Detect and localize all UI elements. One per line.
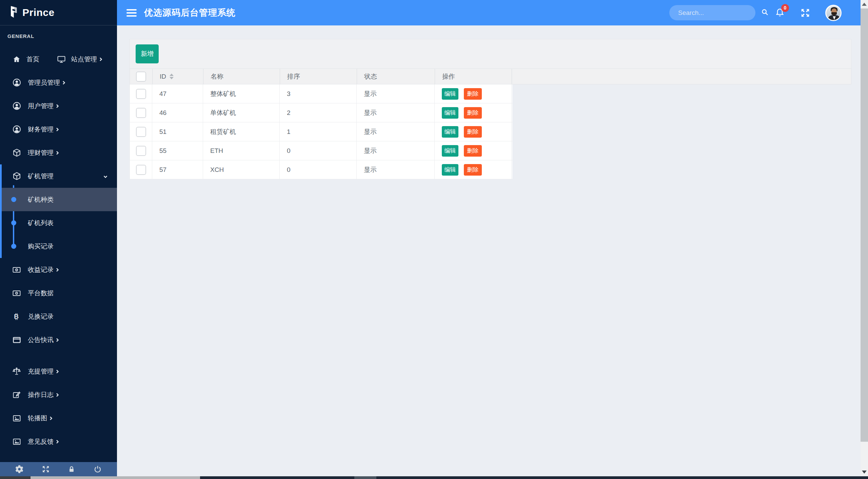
fullscreen-expand-icon[interactable] [800, 8, 810, 18]
scroll-down-arrow-icon[interactable] [862, 471, 867, 474]
cell-actions: 编辑 删除 [435, 122, 512, 141]
sidebar-item-carousel[interactable]: 轮播图 [0, 406, 117, 430]
logo-p-icon [8, 5, 19, 20]
edit-button[interactable]: 编辑 [442, 145, 458, 157]
notification-badge: 0 [781, 4, 789, 12]
sidebar-item-site-mgmt[interactable]: 站点管理 [57, 47, 102, 71]
sidebar-item-feedback[interactable]: 意见反馈 [0, 430, 117, 453]
horizontal-scrollbar[interactable] [0, 476, 868, 479]
sidebar-item-label: 充提管理 [28, 367, 54, 376]
sidebar-item-exchange-records[interactable]: B 兑换记录 [0, 305, 117, 328]
column-header-name: 名称 [203, 69, 280, 84]
chevron-right-icon [55, 127, 59, 131]
bullet-dot-icon [11, 197, 16, 202]
sidebar-item-home[interactable]: 首页 [0, 47, 57, 71]
app-window: Prince GENERAL 首页 站点管理 [0, 0, 868, 479]
edit-button[interactable]: 编辑 [442, 164, 458, 176]
search-box [669, 5, 755, 20]
row-checkbox[interactable] [136, 165, 146, 175]
sidebar-item-wealth-mgmt[interactable]: 理财管理 [0, 141, 117, 164]
horizontal-scrollbar-thumb[interactable] [31, 476, 200, 479]
settings-gear-icon[interactable] [15, 465, 23, 473]
search-icon[interactable] [761, 8, 769, 17]
table-row: 55 ETH 0 显示 编辑 删除 [130, 141, 512, 160]
sidebar-item-operation-logs[interactable]: 操作日志 [0, 383, 117, 406]
image-icon [12, 414, 21, 422]
add-button[interactable]: 新增 [136, 44, 159, 63]
chevron-right-icon [98, 57, 102, 61]
user-circle-icon [12, 102, 21, 110]
cell-sort: 2 [280, 103, 357, 122]
sidebar-item-label: 轮播图 [28, 414, 47, 423]
select-all-cell [130, 69, 153, 84]
cell-name: 单体矿机 [203, 103, 280, 122]
bullet-dot-icon [11, 220, 16, 225]
cell-sort: 1 [280, 122, 357, 141]
cell-name: XCH [203, 160, 280, 179]
column-header-actions: 操作 [435, 69, 512, 84]
fullscreen-expand-icon[interactable] [42, 465, 50, 473]
delete-button[interactable]: 删除 [464, 164, 482, 176]
svg-text:B: B [14, 313, 19, 320]
sidebar-subitem-label: 购买记录 [28, 242, 54, 251]
edit-button[interactable]: 编辑 [442, 107, 458, 119]
sidebar-subitem-miner-list[interactable]: 矿机列表 [0, 211, 117, 235]
delete-button[interactable]: 删除 [464, 145, 482, 157]
sidebar-item-label: 站点管理 [71, 55, 97, 64]
topbar: 优选源码后台管理系统 0 [117, 0, 861, 25]
row-checkbox[interactable] [136, 146, 146, 156]
monitor-icon [57, 55, 66, 63]
delete-button[interactable]: 删除 [464, 107, 482, 119]
search-input[interactable] [678, 9, 761, 17]
sidebar-item-label: 意见反馈 [28, 437, 54, 446]
sidebar-item-admin-mgmt[interactable]: 管理员管理 [0, 71, 117, 94]
delete-button[interactable]: 删除 [464, 126, 482, 138]
cell-sort: 3 [280, 84, 357, 103]
image-icon [12, 438, 21, 446]
row-checkbox[interactable] [136, 89, 146, 99]
row-checkbox[interactable] [136, 127, 146, 137]
notifications-button[interactable]: 0 [775, 7, 785, 19]
bitcoin-icon: B [12, 312, 21, 321]
page-title: 优选源码后台管理系统 [144, 7, 236, 19]
sidebar-menu: 首页 站点管理 管理员管理 [0, 47, 117, 453]
sidebar-item-deposit-withdraw[interactable]: 充提管理 [0, 360, 117, 383]
user-avatar[interactable] [825, 5, 842, 21]
chevron-right-icon [48, 416, 52, 420]
menu-spacer [0, 352, 117, 360]
sidebar-item-miner-mgmt[interactable]: 矿机管理 [0, 164, 117, 188]
sidebar-item-announcements[interactable]: 公告快讯 [0, 328, 117, 352]
edit-pencil-icon [12, 391, 21, 399]
row-checkbox[interactable] [136, 108, 146, 118]
select-all-checkbox[interactable] [136, 72, 146, 82]
sort-carets-icon[interactable] [170, 74, 174, 79]
scroll-up-arrow-icon[interactable] [862, 3, 867, 6]
sidebar-submenu: 矿机种类 矿机列表 购买记录 [0, 188, 117, 258]
user-circle-icon [12, 78, 21, 87]
sidebar-item-finance-mgmt[interactable]: 财务管理 [0, 118, 117, 141]
delete-button[interactable]: 删除 [464, 88, 482, 100]
vertical-scrollbar-thumb[interactable] [861, 8, 868, 442]
column-header-id[interactable]: ID [153, 69, 203, 84]
cell-actions: 编辑 删除 [435, 84, 512, 103]
sidebar-subitem-miner-types[interactable]: 矿机种类 [0, 188, 117, 211]
user-circle-icon [12, 125, 21, 134]
power-icon[interactable] [94, 465, 102, 473]
sidebar-subitem-purchase-records[interactable]: 购买记录 [0, 235, 117, 258]
sidebar-footer-bar [0, 462, 117, 476]
logo[interactable]: Prince [0, 0, 117, 25]
table-row: 46 单体矿机 2 显示 编辑 删除 [130, 103, 512, 122]
cell-name: 整体矿机 [203, 84, 280, 103]
sidebar-item-user-mgmt[interactable]: 用户管理 [0, 94, 117, 118]
sidebar-item-label: 理财管理 [28, 148, 54, 157]
edit-button[interactable]: 编辑 [442, 126, 458, 138]
sidebar-item-platform-data[interactable]: 平台数据 [0, 281, 117, 305]
sidebar-item-label: 首页 [26, 55, 39, 64]
hamburger-menu-icon[interactable] [126, 7, 137, 18]
sidebar-item-income-records[interactable]: 收益记录 [0, 258, 117, 281]
home-icon [12, 55, 21, 63]
lock-icon[interactable] [68, 465, 75, 473]
vertical-scrollbar[interactable] [861, 0, 868, 476]
chevron-right-icon [55, 393, 59, 397]
edit-button[interactable]: 编辑 [442, 88, 458, 100]
